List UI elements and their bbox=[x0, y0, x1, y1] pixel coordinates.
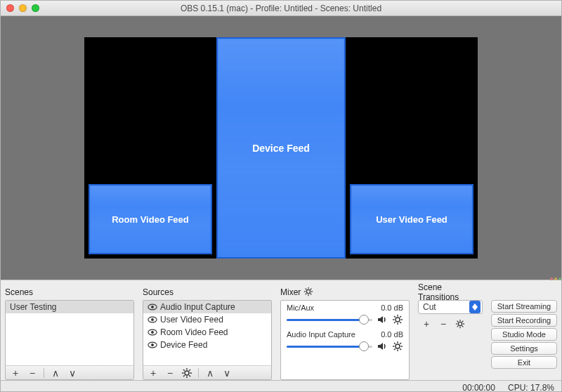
scenes-panel: Scenes User Testing + − ∧ ∨ bbox=[1, 283, 138, 380]
add-transition-button[interactable]: + bbox=[421, 318, 432, 329]
remove-source-button[interactable]: − bbox=[164, 367, 176, 379]
start-streaming-button[interactable]: Start Streaming bbox=[491, 300, 557, 313]
list-item[interactable]: User Video Feed bbox=[143, 313, 271, 326]
volume-slider[interactable] bbox=[287, 313, 372, 326]
mixer-settings-button[interactable] bbox=[303, 287, 313, 299]
scenes-toolbar: + − ∧ ∨ bbox=[6, 365, 133, 379]
sources-label: Sources bbox=[143, 286, 272, 299]
status-time: 00:00:00 bbox=[462, 383, 495, 392]
mute-button[interactable] bbox=[377, 314, 388, 325]
list-item[interactable]: User Testing bbox=[6, 301, 133, 313]
list-item[interactable]: Audio Input Capture bbox=[143, 301, 271, 313]
transitions-label: Scene Transitions bbox=[418, 286, 483, 299]
sources-listbox: Audio Input CaptureUser Video FeedRoom V… bbox=[143, 300, 272, 380]
remove-scene-button[interactable]: − bbox=[27, 367, 38, 379]
scenes-label: Scenes bbox=[5, 286, 134, 299]
minimize-icon[interactable] bbox=[19, 4, 27, 12]
mixer-channel-db: 0.0 dB bbox=[381, 303, 403, 312]
panels: Scenes User Testing + − ∧ ∨ Sources Audi… bbox=[1, 283, 561, 380]
add-scene-button[interactable]: + bbox=[10, 367, 21, 379]
source-item-label: Device Feed bbox=[160, 340, 207, 350]
select-stepper-icon bbox=[469, 301, 481, 313]
mixer-channel-name: Audio Input Capture bbox=[287, 330, 355, 339]
mixer-label: Mixer bbox=[280, 286, 410, 299]
visibility-toggle-icon[interactable] bbox=[148, 302, 157, 312]
sources-panel: Sources Audio Input CaptureUser Video Fe… bbox=[138, 283, 276, 380]
list-item[interactable]: Device Feed bbox=[143, 339, 271, 351]
window-title: OBS 0.15.1 (mac) - Profile: Untitled - S… bbox=[1, 4, 561, 13]
preview-feed-room[interactable]: Room Video Feed bbox=[89, 184, 212, 254]
mixer-box: Mic/Aux0.0 dBAudio Input Capture0.0 dB bbox=[280, 300, 410, 380]
add-source-button[interactable]: + bbox=[148, 367, 159, 379]
channel-settings-button[interactable] bbox=[392, 341, 403, 352]
feed-label: Device Feed bbox=[252, 143, 310, 154]
studio-mode-button[interactable]: Studio Mode bbox=[491, 328, 557, 341]
maximize-icon[interactable] bbox=[32, 4, 39, 12]
preview-canvas[interactable]: Device Feed Room Video Feed User Video F… bbox=[84, 37, 478, 259]
mixer-channel-db: 0.0 dB bbox=[381, 330, 403, 339]
mixer-slider-row bbox=[287, 340, 403, 353]
controls-panel: Start Streaming Start Recording Studio M… bbox=[487, 283, 561, 380]
remove-transition-button[interactable]: − bbox=[438, 318, 449, 329]
feed-label: User Video Feed bbox=[376, 214, 447, 225]
transition-select[interactable]: Cut bbox=[418, 300, 483, 314]
mixer-channel-name: Mic/Aux bbox=[287, 303, 314, 312]
transitions-panel: Scene Transitions Cut + − bbox=[414, 283, 487, 380]
statusbar: 00:00:00 CPU: 17.8% bbox=[1, 380, 561, 392]
feed-label: Room Video Feed bbox=[112, 214, 189, 225]
sources-list[interactable]: Audio Input CaptureUser Video FeedRoom V… bbox=[143, 301, 271, 365]
move-scene-down-button[interactable]: ∨ bbox=[67, 367, 78, 379]
channel-settings-button[interactable] bbox=[392, 314, 403, 325]
window-controls bbox=[6, 4, 39, 12]
close-icon[interactable] bbox=[6, 4, 14, 12]
source-settings-button[interactable] bbox=[181, 367, 192, 379]
source-item-label: Room Video Feed bbox=[160, 327, 228, 337]
mixer-panel: Mixer Mic/Aux0.0 dBAudio Input Capture0.… bbox=[276, 283, 414, 380]
resize-grip-icon[interactable] bbox=[550, 277, 561, 280]
preview-area: Device Feed Room Video Feed User Video F… bbox=[1, 16, 561, 280]
list-item[interactable]: Room Video Feed bbox=[143, 326, 271, 339]
preview-feed-device[interactable]: Device Feed bbox=[216, 37, 346, 259]
status-cpu: CPU: 17.8% bbox=[508, 383, 554, 392]
start-recording-button[interactable]: Start Recording bbox=[491, 314, 557, 327]
source-item-label: Audio Input Capture bbox=[160, 302, 235, 312]
visibility-toggle-icon[interactable] bbox=[148, 340, 157, 350]
mute-button[interactable] bbox=[377, 341, 388, 352]
visibility-toggle-icon[interactable] bbox=[148, 315, 157, 325]
volume-slider[interactable] bbox=[287, 340, 372, 353]
move-source-down-button[interactable]: ∨ bbox=[221, 367, 233, 379]
visibility-toggle-icon[interactable] bbox=[148, 327, 157, 337]
move-scene-up-button[interactable]: ∧ bbox=[50, 367, 61, 379]
mixer-slider-row bbox=[287, 313, 403, 326]
titlebar: OBS 0.15.1 (mac) - Profile: Untitled - S… bbox=[1, 1, 561, 16]
transition-settings-button[interactable] bbox=[455, 318, 466, 329]
move-source-up-button[interactable]: ∧ bbox=[204, 367, 216, 379]
sources-toolbar: + − ∧ ∨ bbox=[143, 365, 271, 379]
exit-button[interactable]: Exit bbox=[491, 356, 557, 369]
scenes-list[interactable]: User Testing bbox=[6, 301, 133, 365]
preview-feed-user[interactable]: User Video Feed bbox=[350, 184, 473, 254]
settings-button[interactable]: Settings bbox=[491, 342, 557, 355]
scenes-listbox: User Testing + − ∧ ∨ bbox=[5, 300, 134, 380]
source-item-label: User Video Feed bbox=[160, 315, 223, 325]
